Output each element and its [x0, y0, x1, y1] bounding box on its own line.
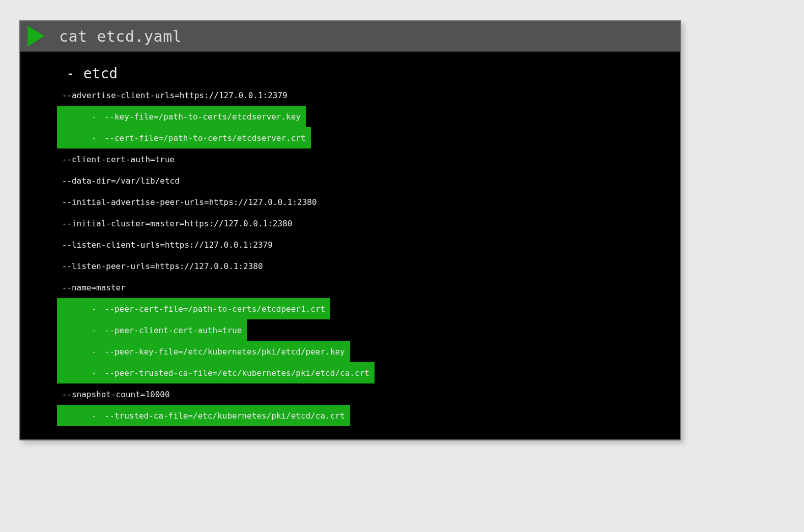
yaml-arg-line: ---trusted-ca-file=/etc/kubernetes/pki/e…: [20, 405, 680, 426]
highlighted-arg: ---peer-key-file=/etc/kubernetes/pki/etc…: [57, 341, 350, 362]
bullet-dash: -: [92, 304, 97, 314]
yaml-arg-line: ---client-cert-auth=true: [20, 149, 680, 170]
bullet-dash: -: [92, 347, 97, 357]
arg-text: --key-file=/path-to-certs/etcdserver.key: [105, 112, 301, 122]
play-icon: [27, 25, 45, 47]
arg-text: --trusted-ca-file=/etc/kubernetes/pki/et…: [105, 411, 345, 421]
yaml-arg-line: ---data-dir=/var/lib/etcd: [20, 170, 680, 191]
arg-text: --listen-client-urls=https://127.0.0.1:2…: [62, 240, 273, 250]
terminal-command: cat etcd.yaml: [59, 27, 182, 45]
terminal-titlebar: cat etcd.yaml: [20, 21, 680, 52]
arg-text: --peer-trusted-ca-file=/etc/kubernetes/p…: [105, 368, 369, 378]
yaml-arg-line: ---peer-trusted-ca-file=/etc/kubernetes/…: [20, 362, 680, 383]
yaml-arg-line: ---name=master: [20, 277, 680, 298]
yaml-arg-line: ---cert-file=/path-to-certs/etcdserver.c…: [20, 127, 680, 149]
arg-text: --cert-file=/path-to-certs/etcdserver.cr…: [105, 133, 306, 143]
bullet-dash: -: [92, 411, 97, 421]
highlighted-arg: ---peer-trusted-ca-file=/etc/kubernetes/…: [57, 362, 375, 383]
highlighted-arg: ---key-file=/path-to-certs/etcdserver.ke…: [57, 106, 306, 127]
arg-text: --listen-peer-urls=https://127.0.0.1:238…: [62, 261, 263, 271]
arg-text: --advertise-client-urls=https://127.0.0.…: [62, 91, 288, 100]
bullet-dash: -: [57, 155, 62, 164]
yaml-arg-line: ---peer-cert-file=/path-to-certs/etcdpee…: [20, 298, 680, 319]
bullet-dash: -: [92, 326, 97, 335]
bullet-dash: -: [92, 112, 97, 122]
yaml-root: - etcd: [20, 63, 680, 84]
highlighted-arg: ---peer-client-cert-auth=true: [57, 319, 247, 341]
arg-text: --client-cert-auth=true: [62, 155, 175, 164]
arg-text: --peer-cert-file=/path-to-certs/etcdpeer…: [105, 304, 325, 314]
highlighted-arg: ---trusted-ca-file=/etc/kubernetes/pki/e…: [57, 405, 350, 426]
bullet-dash: -: [57, 176, 62, 186]
bullet-dash: -: [92, 368, 97, 378]
highlighted-arg: ---cert-file=/path-to-certs/etcdserver.c…: [57, 127, 311, 149]
arg-text: --initial-advertise-peer-urls=https://12…: [62, 197, 317, 207]
bullet-dash: -: [57, 261, 62, 271]
bullet-dash: -: [57, 197, 62, 207]
yaml-arg-line: ---peer-key-file=/etc/kubernetes/pki/etc…: [20, 341, 680, 362]
arg-text: --peer-client-cert-auth=true: [105, 326, 242, 335]
terminal-window: cat etcd.yaml - etcd ---advertise-client…: [19, 20, 681, 440]
bullet-dash: -: [92, 133, 97, 143]
arg-text: --initial-cluster=master=https://127.0.0…: [62, 219, 293, 228]
highlighted-arg: ---peer-cert-file=/path-to-certs/etcdpee…: [57, 298, 330, 319]
arg-text: --name=master: [62, 283, 126, 292]
yaml-arg-line: ---snapshot-count=10000: [20, 383, 680, 405]
yaml-arg-line: ---key-file=/path-to-certs/etcdserver.ke…: [20, 106, 680, 127]
bullet-dash: -: [57, 283, 62, 292]
bullet-dash: -: [57, 390, 62, 399]
terminal-output: - etcd ---advertise-client-urls=https://…: [20, 52, 680, 439]
bullet-dash: -: [57, 91, 62, 100]
yaml-arg-line: ---initial-cluster=master=https://127.0.…: [20, 213, 680, 234]
yaml-arg-line: ---peer-client-cert-auth=true: [20, 319, 680, 341]
arg-text: --peer-key-file=/etc/kubernetes/pki/etcd…: [105, 347, 345, 357]
yaml-arg-line: ---initial-advertise-peer-urls=https://1…: [20, 191, 680, 213]
arg-text: --snapshot-count=10000: [62, 390, 170, 399]
arg-text: --data-dir=/var/lib/etcd: [62, 176, 180, 186]
yaml-arg-line: ---listen-peer-urls=https://127.0.0.1:23…: [20, 255, 680, 277]
yaml-arg-line: ---listen-client-urls=https://127.0.0.1:…: [20, 234, 680, 255]
yaml-arg-line: ---advertise-client-urls=https://127.0.0…: [20, 84, 680, 106]
bullet-dash: -: [57, 219, 62, 228]
bullet-dash: -: [57, 240, 62, 250]
